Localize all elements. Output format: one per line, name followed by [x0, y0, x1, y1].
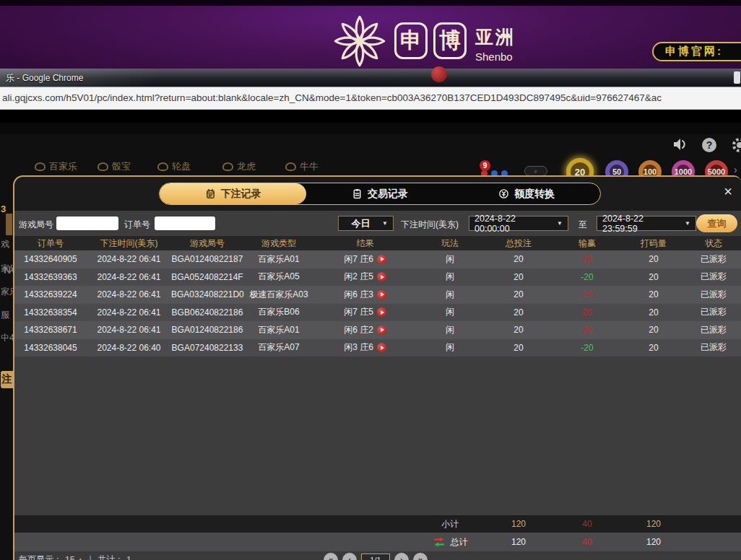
sidebar-fragment: 3: [1, 204, 13, 214]
cell-winloss: 20: [553, 325, 621, 335]
divider-strip: [0, 110, 741, 123]
url-text: ali.gqjcxs.com/h5V01/pc/index.html?retur…: [2, 92, 662, 103]
order-label: 订单号: [124, 219, 150, 231]
cell-play: 闲: [416, 271, 484, 283]
subtotal-label: 小计: [416, 518, 484, 530]
result-text: 闲6 庄3: [344, 289, 373, 301]
column-header: 结果: [314, 236, 416, 250]
sound-icon[interactable]: [672, 137, 688, 154]
total-label: 总计: [451, 536, 468, 548]
subtotal-row: 小计 120 40 120: [14, 515, 741, 533]
game-round-label: 游戏局号: [19, 219, 53, 231]
game-icon: [157, 162, 168, 171]
record-count-label: 共计：: [98, 554, 124, 560]
cell-game: 百家乐A01: [243, 324, 314, 336]
red-ball-icon: [431, 66, 447, 82]
official-site-label: 申博官网:: [665, 45, 723, 58]
brand-logo: 申 博: [394, 22, 467, 59]
to-label: 至: [578, 219, 587, 231]
tab-bet-records[interactable]: 下注记录: [160, 183, 306, 204]
prev-page-button[interactable]: ‹: [342, 553, 357, 560]
brand-banner: 申 博 亚洲 Shenbo 申博官网:: [0, 6, 741, 69]
page-size-value[interactable]: 15: [65, 555, 74, 560]
table-row: 143326409052024-8-22 06:41BGA01240822187…: [14, 250, 741, 268]
date-to-select[interactable]: 2024-8-22 23:59:59 ▼: [597, 216, 696, 231]
caret-up-icon[interactable]: ▲: [77, 556, 83, 560]
game-round-input[interactable]: [56, 216, 118, 230]
replay-play-icon[interactable]: [377, 343, 386, 352]
cell-order_id: 14332639363: [14, 272, 87, 282]
close-icon[interactable]: ×: [724, 184, 732, 198]
footer-divider: ｜: [86, 554, 95, 560]
cell-game: 百家乐A01: [243, 253, 314, 266]
replay-play-icon[interactable]: [377, 255, 386, 264]
game-icon: [98, 162, 108, 171]
total-winloss: 40: [553, 537, 621, 547]
search-button[interactable]: 查询: [696, 214, 737, 232]
replay-play-icon[interactable]: [377, 307, 386, 317]
tab-quota-transfer[interactable]: 额度转换: [454, 183, 600, 204]
table-footer: 每页显示： 15 ▲ ｜ 共计： 1 « ‹ 1/1 › »: [14, 551, 741, 560]
last-page-button[interactable]: »: [413, 553, 428, 560]
cell-game: 百家乐B06: [243, 306, 314, 318]
bet-records-modal: 下注记录 交易记录 额度转换: [13, 175, 741, 560]
cell-round: BGA032408221D0: [171, 289, 243, 299]
cell-winloss: 20: [553, 254, 621, 264]
column-header: 玩法: [416, 236, 484, 250]
date-from-value: 2024-8-22 00:00:00: [474, 214, 552, 234]
window-control[interactable]: [734, 71, 740, 84]
cell-bet_time: 2024-8-22 06:41: [87, 254, 171, 264]
record-count-value: 1: [126, 555, 131, 560]
cell-round: BGA01240822186: [171, 325, 243, 335]
cell-status: 已派彩: [686, 253, 741, 266]
lobby-nav-item[interactable]: 百家乐: [35, 160, 77, 173]
records-header-row: 订单号下注时间(美东)游戏局号游戏类型结果玩法总投注输赢打码量状态: [14, 236, 741, 250]
sidebar-fragment[interactable]: 注: [1, 371, 13, 388]
page-size-label: 每页显示：: [19, 554, 62, 560]
address-bar[interactable]: ali.gqjcxs.com/h5V01/pc/index.html?retur…: [0, 87, 741, 110]
lobby-nav-item[interactable]: 牛牛: [285, 160, 318, 173]
settings-gear-icon[interactable]: [731, 136, 741, 157]
page-indicator: 1/1: [361, 554, 390, 560]
table-empty-area: [14, 356, 741, 515]
cell-status: 已派彩: [686, 289, 741, 301]
sidebar-fragment: 家乐: [1, 263, 13, 275]
cell-winloss: -20: [553, 272, 621, 282]
chips-more-arrow[interactable]: ›: [734, 164, 737, 175]
lobby-nav-item[interactable]: 轮盘: [157, 160, 191, 173]
next-page-button[interactable]: ›: [394, 553, 409, 560]
sidebar-fragment: 中4: [1, 332, 13, 344]
tab-label: 交易记录: [368, 188, 408, 201]
first-page-button[interactable]: «: [324, 553, 338, 560]
result-text: 闲3 庄6: [344, 341, 373, 354]
range-select[interactable]: 今日 ▼: [338, 216, 394, 231]
cell-play: 闲: [416, 253, 484, 266]
cell-result: 闲6 庄2: [314, 324, 416, 336]
date-from-select[interactable]: 2024-8-22 00:00:00 ▼: [469, 216, 568, 231]
column-header: 总投注: [484, 236, 553, 250]
lobby-nav-item[interactable]: 骰宝: [98, 160, 131, 173]
replay-play-icon[interactable]: [377, 272, 386, 281]
modal-tabs: 下注记录 交易记录 额度转换: [159, 183, 601, 205]
replay-play-icon[interactable]: [377, 290, 386, 299]
column-header: 状态: [686, 236, 741, 250]
lobby-nav-item[interactable]: 龙虎: [222, 160, 256, 173]
cell-order_id: 14332638354: [14, 307, 87, 318]
logo-region-text: 亚洲: [475, 25, 516, 49]
tab-transaction-records[interactable]: 交易记录: [306, 183, 453, 204]
game-icon: [222, 162, 233, 171]
roadmap-search-icon[interactable]: ⌕: [524, 166, 547, 176]
logo-char-2: 博: [433, 22, 467, 59]
official-site-button[interactable]: 申博官网:: [652, 42, 741, 61]
subtotal-winloss: 40: [553, 519, 621, 529]
cell-total: 20: [484, 343, 553, 353]
cell-play: 闲: [416, 324, 484, 336]
replay-play-icon[interactable]: [377, 325, 386, 335]
help-icon[interactable]: ?: [702, 138, 716, 152]
filter-bar: 游戏局号 订单号 今日 ▼ 下注时间(美东) 2024-8-22 00:00:0…: [14, 211, 741, 236]
cell-game: 极速百家乐A03: [243, 289, 314, 301]
order-input[interactable]: [155, 216, 215, 230]
cell-play: 闲: [416, 289, 484, 301]
window-titlebar: 乐 - Google Chrome: [0, 69, 741, 87]
table-row: 143326392242024-8-22 06:41BGA032408221D0…: [14, 286, 741, 304]
